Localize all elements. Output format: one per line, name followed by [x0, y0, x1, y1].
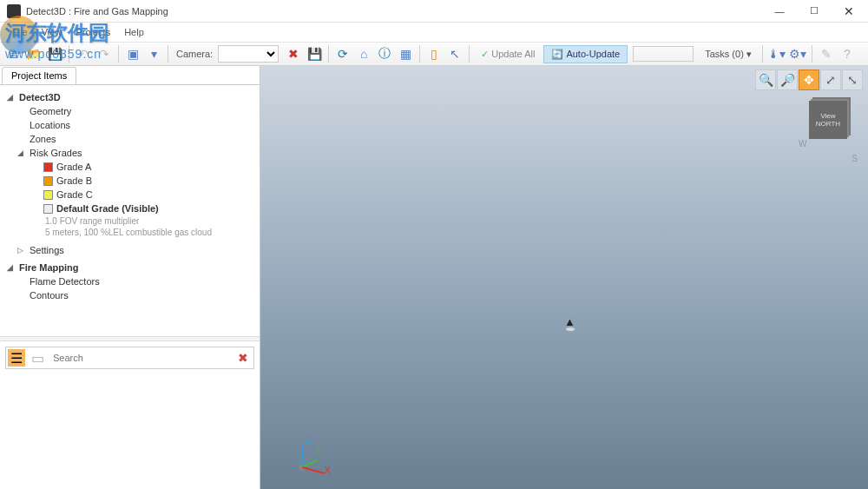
- list-mode-icon[interactable]: ☰: [8, 349, 25, 367]
- menu-view[interactable]: View: [35, 27, 69, 37]
- separator: [469, 45, 470, 63]
- titlebar: Detect3D : Fire and Gas Mapping — ☐ ✕: [0, 0, 868, 23]
- auto-update-button[interactable]: 🔄Auto-Update: [543, 45, 628, 63]
- grid-icon[interactable]: ▦: [396, 44, 415, 63]
- menu-projects[interactable]: Projects: [69, 27, 117, 37]
- camera-label: Camera:: [173, 49, 216, 59]
- library-icon[interactable]: ▯: [424, 44, 444, 63]
- tab-strip: Project Items: [0, 66, 260, 85]
- tree-flame-detectors[interactable]: Flame Detectors: [3, 274, 256, 288]
- expand-icon[interactable]: ⤡: [842, 69, 863, 90]
- swatch-grade-b: [43, 176, 53, 186]
- edit-icon[interactable]: ✎: [817, 44, 836, 63]
- separator: [69, 45, 69, 63]
- separator: [762, 45, 763, 63]
- pan-icon[interactable]: ✥: [799, 69, 819, 90]
- separator: [328, 45, 329, 63]
- search-input[interactable]: [49, 351, 231, 365]
- swatch-grade-c: [43, 190, 53, 200]
- tab-project-items[interactable]: Project Items: [2, 67, 76, 84]
- menu-help[interactable]: Help: [117, 27, 151, 37]
- window-title: Detect3D : Fire and Gas Mapping: [26, 6, 762, 17]
- tree-fire-mapping[interactable]: ◢Fire Mapping: [3, 261, 256, 274]
- viewport-3d[interactable]: 🔍 🔎 ✥ ⤢ ⤡ View NORTH Z Y X: [260, 66, 868, 489]
- sidebar: Project Items ◢Detect3D Geometry Locatio…: [0, 66, 260, 489]
- tree-default-grade[interactable]: Default Grade (Visible): [3, 202, 256, 215]
- compass: [800, 139, 856, 156]
- tasks-button[interactable]: Tasks (0) ▾: [699, 46, 758, 63]
- toolbar: 🗎 📂 💾 ↶ ↷ ▣ ▾ Camera: ✖ 💾 ⟳ ⌂ ⓘ ▦ ▯ ↖ ✓ …: [0, 42, 868, 66]
- default-grade-detail-1: 1.0 FOV range multiplier: [3, 215, 256, 227]
- content-area: Project Items ◢Detect3D Geometry Locatio…: [0, 66, 868, 489]
- tree-root[interactable]: ◢Detect3D: [3, 90, 256, 104]
- tree-grade-c[interactable]: Grade C: [3, 188, 256, 202]
- close-button[interactable]: ✕: [832, 0, 866, 23]
- separator: [419, 45, 420, 63]
- temperature-icon[interactable]: 🌡▾: [767, 44, 786, 63]
- view-toolbar: 🔍 🔎 ✥ ⤢ ⤡: [755, 69, 863, 90]
- tree-geometry[interactable]: Geometry: [3, 104, 256, 118]
- axes-gizmo: Z Y X: [285, 433, 328, 477]
- record-icon[interactable]: ▾: [144, 44, 163, 63]
- progress-bar: [633, 46, 694, 62]
- project-tree[interactable]: ◢Detect3D Geometry Locations Zones ◢Risk…: [0, 85, 260, 336]
- screenshot-icon[interactable]: ▣: [123, 44, 142, 63]
- redo-icon[interactable]: ↷: [95, 44, 114, 63]
- tree-locations[interactable]: Locations: [3, 118, 256, 132]
- scene-object: [564, 315, 578, 329]
- tree-grade-a[interactable]: Grade A: [3, 160, 256, 174]
- swatch-grade-a: [43, 162, 53, 172]
- minimize-button[interactable]: —: [762, 0, 797, 23]
- tree-contours[interactable]: Contours: [3, 288, 256, 302]
- menubar: File View Projects Help: [0, 23, 868, 42]
- tree-settings[interactable]: ▷Settings: [3, 243, 256, 257]
- swatch-default: [43, 204, 53, 214]
- picker-icon[interactable]: ↖: [445, 44, 464, 63]
- search-bar: ☰ ▭ ✖: [5, 347, 254, 369]
- settings-icon[interactable]: ⚙▾: [788, 44, 807, 63]
- zoom-out-icon[interactable]: 🔎: [777, 69, 798, 90]
- update-all-button[interactable]: ✓ Update All: [474, 47, 542, 62]
- card-mode-icon[interactable]: ▭: [29, 349, 46, 367]
- tree-grade-b[interactable]: Grade B: [3, 174, 256, 188]
- tree-zones[interactable]: Zones: [3, 132, 256, 146]
- tree-risk-grades[interactable]: ◢Risk Grades: [3, 146, 256, 160]
- zoom-in-icon[interactable]: 🔍: [755, 69, 776, 90]
- camera-select[interactable]: [218, 45, 279, 63]
- cube-face[interactable]: View NORTH: [809, 101, 847, 139]
- save-camera-icon[interactable]: 💾: [305, 44, 324, 63]
- save-icon[interactable]: 💾: [45, 44, 64, 63]
- clear-search-icon[interactable]: ✖: [234, 351, 252, 365]
- watermark-icon: [0, 16, 38, 54]
- home-icon[interactable]: ⌂: [354, 44, 373, 63]
- maximize-button[interactable]: ☐: [797, 0, 832, 23]
- info-icon[interactable]: ⓘ: [375, 44, 394, 63]
- undo-icon[interactable]: ↶: [74, 44, 93, 63]
- delete-camera-icon[interactable]: ✖: [284, 44, 303, 63]
- nav-cube[interactable]: View NORTH: [800, 96, 856, 151]
- separator: [118, 45, 119, 63]
- default-grade-detail-2: 5 meters, 100 %LEL combustible gas cloud: [3, 227, 256, 238]
- help-icon[interactable]: ?: [838, 44, 857, 63]
- refresh-icon[interactable]: ⟳: [333, 44, 352, 63]
- separator: [168, 45, 168, 63]
- bottom-panel: ☰ ▭ ✖: [0, 341, 260, 489]
- fit-icon[interactable]: ⤢: [820, 69, 841, 90]
- auto-icon: 🔄: [551, 49, 563, 60]
- separator: [812, 45, 812, 63]
